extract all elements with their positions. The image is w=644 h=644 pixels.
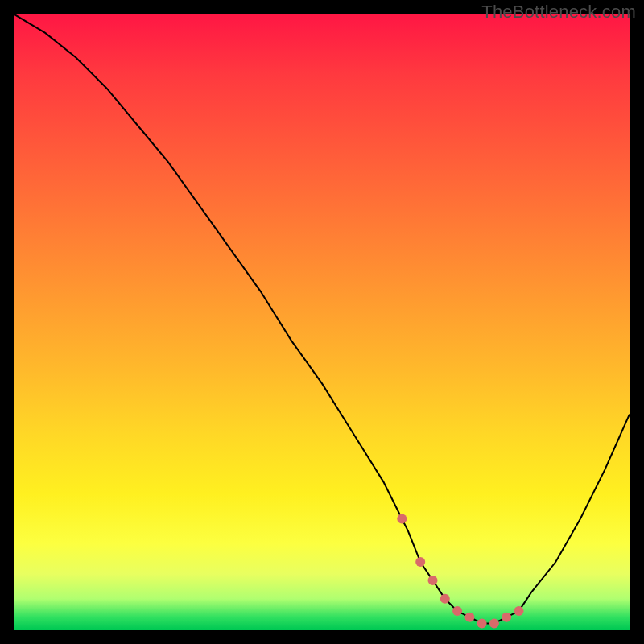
bottleneck-curve (14, 14, 630, 623)
marker-dot (477, 618, 487, 628)
marker-dot (489, 618, 499, 628)
chart-frame: TheBottleneck.com (0, 0, 644, 644)
marker-dot (502, 613, 511, 622)
chart-svg (14, 14, 630, 630)
marker-dot (428, 576, 438, 585)
marker-dot (514, 606, 524, 616)
marker-dot (415, 557, 425, 567)
marker-dot (452, 606, 462, 616)
marker-dot (464, 613, 474, 622)
marker-dot (397, 514, 407, 524)
optimal-zone-dots (397, 514, 523, 629)
plot-area (14, 14, 630, 630)
marker-dot (440, 594, 450, 604)
